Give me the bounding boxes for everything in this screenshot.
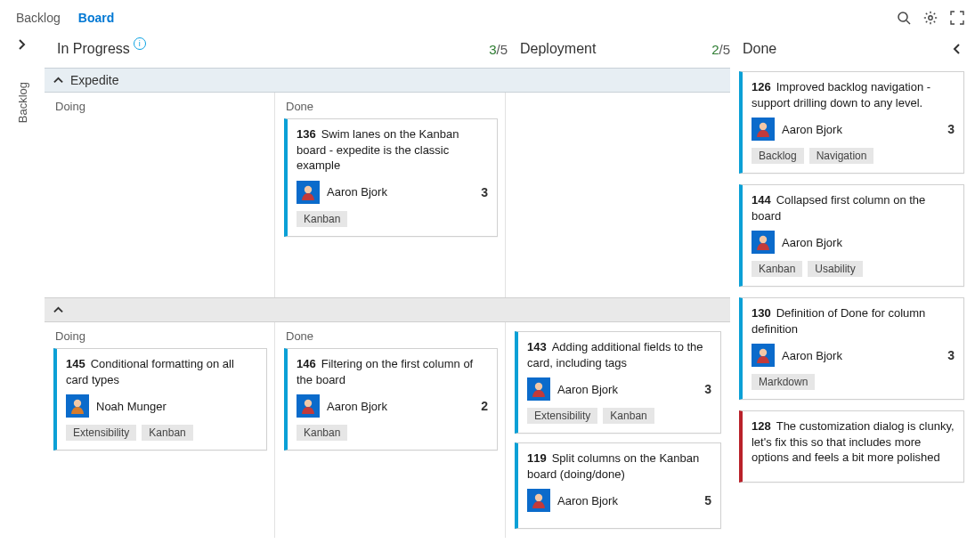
subcolumn-done: Done <box>275 322 505 348</box>
svg-point-26 <box>760 349 767 356</box>
kanban-card[interactable]: 126Improved backlog navigation - support… <box>739 71 964 174</box>
svg-point-2 <box>929 16 932 20</box>
svg-line-10 <box>934 13 936 14</box>
svg-line-7 <box>926 13 928 14</box>
avatar <box>752 118 775 141</box>
avatar <box>527 377 550 401</box>
subcolumn-done: Done <box>275 93 505 118</box>
sidebar-label: Backlog <box>16 82 29 123</box>
info-icon[interactable]: i <box>134 37 146 50</box>
fullscreen-icon[interactable] <box>948 9 966 27</box>
card-id: 143 <box>527 340 547 353</box>
subcolumn-doing: Doing <box>45 93 274 118</box>
assignee-name: Aaron Bjork <box>557 494 618 507</box>
lane-header-expedite[interactable]: Expedite <box>45 68 730 93</box>
kanban-card[interactable]: 136Swim lanes on the Kanban board - expe… <box>284 118 498 237</box>
tag[interactable]: Extensibility <box>66 425 136 441</box>
card-id: 119 <box>527 451 547 465</box>
tab-backlog[interactable]: Backlog <box>7 7 69 28</box>
card-count: 2 <box>481 399 488 413</box>
tag[interactable]: Usability <box>808 261 862 277</box>
column-title-deployment: Deployment <box>520 41 596 57</box>
lane-label: Expedite <box>70 73 118 87</box>
column-title-done: Done <box>743 41 776 57</box>
gear-icon[interactable] <box>922 9 939 27</box>
assignee-name: Noah Munger <box>96 400 167 413</box>
assignee-name: Aaron Bjork <box>557 383 618 396</box>
assignee-name: Aaron Bjork <box>327 185 387 199</box>
kanban-card[interactable]: 128The customization dialog is clunky, l… <box>739 410 964 483</box>
chevron-up-icon <box>53 305 63 315</box>
wip-deployment: 2/5 <box>711 42 743 57</box>
card-id: 146 <box>297 357 316 370</box>
card-title: Collapsed first column on the board <box>752 193 925 223</box>
card-title: Conditional formatting on all card types <box>66 357 234 386</box>
assignee-name: Aaron Bjork <box>327 400 387 413</box>
svg-point-18 <box>535 383 542 390</box>
card-count: 5 <box>704 493 711 507</box>
card-id: 128 <box>752 419 771 433</box>
card-count: 3 <box>947 348 955 362</box>
card-title: Improved backlog navigation - support dr… <box>752 80 930 110</box>
column-title-in-progress: In Progress <box>57 41 130 57</box>
avatar <box>66 394 89 418</box>
card-id: 126 <box>752 80 771 93</box>
card-count: 3 <box>481 185 488 199</box>
svg-point-16 <box>305 400 312 407</box>
card-title: Filtering on the first column of the boa… <box>297 357 473 386</box>
assignee-name: Aaron Bjork <box>782 236 842 249</box>
tag[interactable]: Kanban <box>752 261 802 277</box>
card-title: The customization dialog is clunky, let'… <box>752 419 955 464</box>
tag[interactable]: Backlog <box>752 148 804 164</box>
tag[interactable]: Markdown <box>752 374 815 390</box>
kanban-card[interactable]: 130Definition of Done for column definit… <box>739 297 964 400</box>
subcolumn-doing: Doing <box>45 322 274 348</box>
svg-line-8 <box>934 21 936 23</box>
collapse-done-chevron-icon[interactable] <box>952 44 963 54</box>
search-icon[interactable] <box>895 9 913 27</box>
tab-board[interactable]: Board <box>69 7 123 28</box>
assignee-name: Aaron Bjork <box>782 123 842 136</box>
card-count: 3 <box>947 122 955 136</box>
svg-point-0 <box>898 12 907 21</box>
card-count: 3 <box>704 382 711 396</box>
svg-point-12 <box>305 185 312 192</box>
svg-point-14 <box>74 400 81 407</box>
card-title: Adding additional fields to the card, in… <box>527 340 703 369</box>
card-id: 130 <box>752 306 771 320</box>
card-title: Swim lanes on the Kanban board - expedit… <box>297 127 459 172</box>
avatar <box>297 394 320 418</box>
tag[interactable]: Extensibility <box>527 408 597 424</box>
avatar <box>297 181 320 204</box>
chevron-up-icon <box>53 76 63 85</box>
kanban-card[interactable]: 145Conditional formatting on all card ty… <box>53 348 267 450</box>
kanban-card[interactable]: 143Adding additional fields to the card,… <box>515 331 721 434</box>
avatar <box>752 231 775 254</box>
svg-point-22 <box>760 123 767 130</box>
svg-point-24 <box>760 236 767 243</box>
assignee-name: Aaron Bjork <box>782 349 842 362</box>
svg-line-1 <box>906 20 910 24</box>
tag[interactable]: Kanban <box>297 425 347 441</box>
kanban-card[interactable]: 144Collapsed first column on the board A… <box>739 184 964 287</box>
kanban-card[interactable]: 146Filtering on the first column of the … <box>284 348 498 450</box>
lane-header-default[interactable] <box>45 297 730 322</box>
tag[interactable]: Kanban <box>603 408 654 424</box>
card-title: Split columns on the Kanban board (doing… <box>527 451 699 481</box>
card-id: 144 <box>752 193 771 207</box>
svg-line-9 <box>926 21 928 23</box>
avatar <box>527 489 550 512</box>
tag[interactable]: Kanban <box>142 425 192 441</box>
tag[interactable]: Kanban <box>297 211 347 227</box>
expand-sidebar-chevron-icon[interactable] <box>13 36 31 53</box>
wip-in-progress: 3/5 <box>489 42 520 57</box>
card-id: 136 <box>297 127 316 141</box>
tag[interactable]: Navigation <box>809 148 874 164</box>
card-id: 145 <box>66 357 85 370</box>
card-title: Definition of Done for column definition <box>752 306 925 336</box>
svg-point-20 <box>535 494 542 501</box>
kanban-card[interactable]: 119Split columns on the Kanban board (do… <box>515 442 721 529</box>
avatar <box>752 344 775 367</box>
